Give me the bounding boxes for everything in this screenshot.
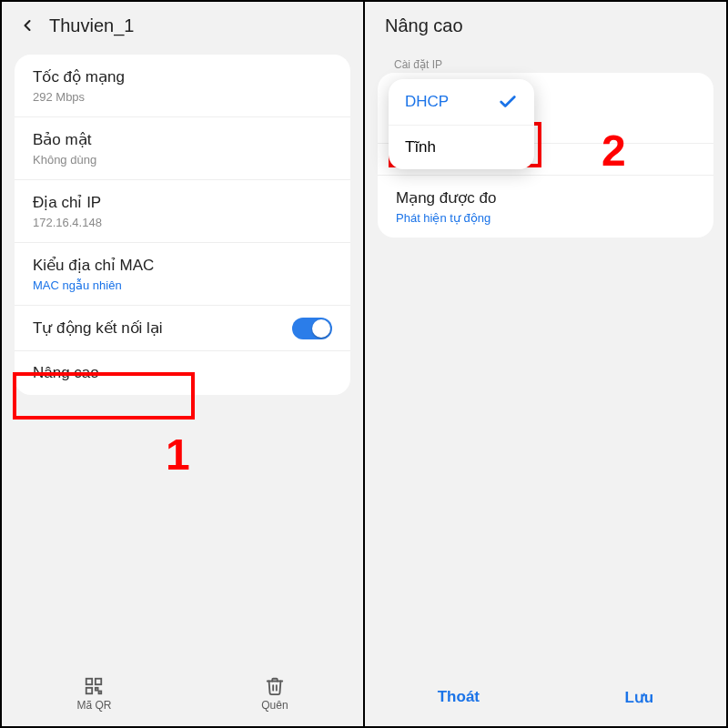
svg-rect-4 — [99, 691, 102, 693]
footer-left: Mã QR Quên — [2, 661, 363, 726]
pane-left: Thuvien_1 Tốc độ mạng 292 Mbps Bảo mật K… — [2, 2, 363, 726]
back-icon[interactable] — [18, 16, 36, 35]
row-network-speed[interactable]: Tốc độ mạng 292 Mbps — [15, 55, 350, 117]
save-button[interactable]: Lưu — [624, 688, 653, 707]
header-left: Thuvien_1 — [2, 2, 363, 47]
step-number-2: 2 — [602, 126, 626, 176]
pane-right: Nâng cao Cài đặt IP Không dùng Mạng được… — [363, 2, 726, 726]
row-subtext: MAC ngẫu nhiên — [33, 278, 332, 292]
cancel-button[interactable]: Thoát — [438, 688, 480, 706]
svg-rect-1 — [96, 678, 101, 683]
forget-button[interactable]: Quên — [261, 676, 288, 712]
trash-icon — [265, 676, 285, 696]
row-subtext: 292 Mbps — [33, 90, 332, 104]
row-label: Tự động kết nối lại — [33, 318, 332, 338]
svg-rect-2 — [86, 687, 92, 693]
option-label: Tĩnh — [405, 138, 436, 157]
dropdown-option-static[interactable]: Tĩnh — [389, 125, 534, 169]
ip-dropdown: DHCP Tĩnh — [389, 79, 534, 169]
row-label: Tốc độ mạng — [33, 67, 332, 86]
row-label: Bảo mật — [33, 130, 332, 149]
svg-rect-3 — [96, 687, 98, 690]
auto-reconnect-toggle[interactable] — [292, 318, 332, 339]
row-subtext: Không dùng — [33, 153, 332, 167]
page-title-left: Thuvien_1 — [49, 15, 134, 36]
ip-settings-label: Cài đặt IP — [365, 47, 726, 73]
qr-button[interactable]: Mã QR — [76, 676, 111, 712]
forget-label: Quên — [261, 699, 288, 712]
option-label: DHCP — [405, 93, 449, 111]
check-icon — [498, 92, 518, 112]
step-number-1: 1 — [166, 430, 190, 480]
row-label: Mạng được đo — [396, 188, 695, 207]
row-auto-reconnect[interactable]: Tự động kết nối lại — [15, 306, 350, 351]
footer-right: Thoát Lưu — [365, 668, 726, 726]
row-subtext: 172.16.4.148 — [33, 216, 332, 229]
row-ip-address[interactable]: Địa chỉ IP 172.16.4.148 — [15, 180, 350, 243]
row-label: Kiểu địa chỉ MAC — [33, 256, 332, 275]
row-subtext: Phát hiện tự động — [396, 211, 695, 225]
row-label: Địa chỉ IP — [33, 193, 332, 212]
qr-label: Mã QR — [76, 699, 111, 712]
row-advanced[interactable]: Nâng cao — [15, 351, 350, 395]
row-metered[interactable]: Mạng được đo Phát hiện tự động — [378, 176, 713, 238]
header-right: Nâng cao — [365, 2, 726, 47]
settings-card-left: Tốc độ mạng 292 Mbps Bảo mật Không dùng … — [15, 55, 350, 395]
svg-rect-0 — [86, 678, 92, 683]
row-mac-address[interactable]: Kiểu địa chỉ MAC MAC ngẫu nhiên — [15, 243, 350, 306]
dropdown-option-dhcp[interactable]: DHCP — [389, 79, 534, 125]
row-security[interactable]: Bảo mật Không dùng — [15, 117, 350, 180]
row-label: Nâng cao — [33, 364, 332, 382]
qr-icon — [84, 676, 104, 696]
page-title-right: Nâng cao — [385, 15, 463, 36]
